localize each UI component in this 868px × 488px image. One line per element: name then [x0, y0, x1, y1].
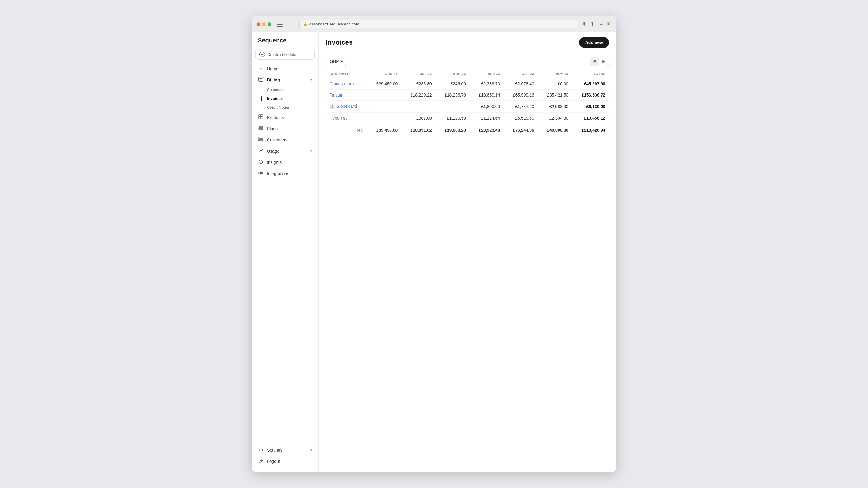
svg-rect-3: [259, 117, 260, 119]
minimize-button[interactable]: [262, 23, 266, 26]
sidebar-item-credit-notes[interactable]: Credit Notes: [267, 103, 318, 112]
col-customer: CUSTOMER: [326, 69, 367, 78]
maximize-button[interactable]: [268, 23, 271, 26]
svg-point-13: [260, 172, 262, 174]
sidebar-item-insights[interactable]: Insights: [252, 157, 318, 168]
insights-label: Insights: [267, 160, 282, 165]
sidebar-item-products[interactable]: Products: [252, 112, 318, 123]
back-button[interactable]: ‹: [286, 21, 290, 28]
forward-button[interactable]: ›: [291, 21, 296, 28]
col-total: TOTAL: [572, 69, 609, 78]
integrations-icon: [258, 170, 264, 176]
row-1-sep23: £18,659.14: [469, 90, 503, 101]
sidebar-item-integrations[interactable]: Integrations: [252, 168, 318, 179]
sidebar-item-customers[interactable]: Customers: [252, 134, 318, 145]
address-bar[interactable]: 🔒 dashboard.sequencehq.com: [300, 20, 578, 28]
svg-point-16: [259, 173, 260, 173]
row-1-aug23: £18,236.70: [436, 90, 469, 101]
currency-selector[interactable]: GBP ▾: [326, 57, 347, 66]
row-3-nov23: £2,304.30: [538, 112, 572, 124]
row-1-customer[interactable]: Finstar: [326, 90, 367, 101]
settings-icon: ⚙: [258, 447, 264, 453]
browser-chrome: ‹ › 🔒 dashboard.sequencehq.com ⬇ ⬆ ＋ ⧉: [252, 17, 616, 32]
svg-point-15: [260, 174, 261, 175]
create-schedule-label: Create schedule: [267, 52, 296, 57]
sidebar-item-usage[interactable]: Usage ▾: [252, 145, 318, 157]
grid-view-button[interactable]: ⊞: [599, 57, 609, 66]
svg-point-17: [262, 173, 263, 173]
row-2-customer[interactable]: 2Globex Ltd: [326, 101, 367, 112]
sidebar-item-plans[interactable]: Plans: [252, 123, 318, 134]
logout-icon: [258, 458, 264, 464]
usage-icon: [258, 148, 264, 154]
list-view-button[interactable]: ≡: [590, 57, 599, 66]
insights-icon: [258, 159, 264, 165]
grid-view-icon: ⊞: [602, 59, 606, 64]
svg-rect-1: [259, 115, 260, 117]
sidebar-item-schedules[interactable]: Schedules: [267, 85, 318, 94]
copy-icon[interactable]: ⧉: [608, 21, 611, 28]
svg-point-12: [260, 162, 261, 163]
sidebar-bottom: ⚙ Settings ▾ Logout: [252, 442, 318, 467]
row-3-oct23: £5,519.60: [503, 112, 537, 124]
lock-icon: 🔒: [303, 22, 308, 26]
table-toolbar: GBP ▾ ≡ ⊞: [318, 53, 616, 69]
footer-total: £218,420.94: [572, 124, 609, 136]
sidebar-item-settings[interactable]: ⚙ Settings ▾: [252, 445, 318, 456]
svg-rect-0: [259, 77, 263, 82]
row-0-customer[interactable]: Cloudstream: [326, 78, 367, 90]
row-0-jun23: £39,450.00: [367, 78, 401, 90]
row-3-customer[interactable]: Hyperrise: [326, 112, 367, 124]
col-jul23: JUL 23: [401, 69, 435, 78]
row-0-oct23: £2,978.40: [503, 78, 537, 90]
create-schedule-button[interactable]: + Create schedule: [255, 49, 315, 60]
row-0-nov23: £0.00: [538, 78, 572, 90]
browser-actions: ⬇ ⬆ ＋ ⧉: [582, 21, 611, 28]
sidebar-item-invoices[interactable]: Invoices: [267, 94, 318, 103]
row-2-nov23: £2,583.00: [538, 101, 572, 112]
share-icon[interactable]: ⬆: [590, 21, 595, 28]
row-1-nov23: £35,421.50: [538, 90, 572, 101]
row-3-jul23: £387.00: [401, 112, 435, 124]
new-tab-icon[interactable]: ＋: [598, 21, 604, 28]
row-1-jun23: [367, 90, 401, 101]
customers-icon: [258, 137, 264, 143]
integrations-label: Integrations: [267, 171, 289, 176]
view-toggle: ≡ ⊞: [590, 57, 609, 66]
row-0-jul23: £283.80: [401, 78, 435, 90]
row-2-jul23: [401, 101, 435, 112]
table-row: Cloudstream£39,450.00£283.80£246.00£2,33…: [326, 78, 609, 90]
svg-rect-6: [259, 128, 263, 129]
billing-chevron-icon: ▾: [310, 78, 312, 82]
sidebar-item-label: Home: [267, 66, 278, 71]
sidebar-toggle-icon[interactable]: [277, 22, 283, 27]
close-button[interactable]: [257, 23, 260, 26]
page-title: Invoices: [326, 38, 352, 46]
row-2-sep23: £1,800.00: [469, 101, 503, 112]
sidebar-item-home[interactable]: ⌂ Home: [252, 63, 318, 74]
sidebar-item-logout[interactable]: Logout: [252, 456, 318, 467]
row-0-sep23: £2,339.70: [469, 78, 503, 90]
row-2-aug23: [436, 101, 469, 112]
main-content: Invoices Add new GBP ▾ ≡ ⊞: [318, 32, 616, 471]
credit-notes-label: Credit Notes: [267, 105, 289, 109]
download-icon[interactable]: ⬇: [582, 21, 586, 28]
col-oct23: OCT 23: [503, 69, 537, 78]
col-nov23: NOV 23: [538, 69, 572, 78]
sidebar-item-billing[interactable]: Billing ▾: [252, 74, 318, 85]
app-layout: Sequence + Create schedule ⌂ Home: [252, 32, 616, 471]
invoice-table-container: CUSTOMER JUN 23 JUL 23 AUG 23: [318, 69, 616, 471]
list-view-icon: ≡: [593, 59, 596, 64]
footer-label: Total: [326, 124, 367, 136]
table-row: Finstar£18,220.22£18,236.70£18,659.14£65…: [326, 90, 609, 101]
billing-icon: [258, 77, 264, 83]
billing-label: Billing: [267, 77, 280, 82]
col-aug23: AUG 23: [436, 69, 469, 78]
add-new-button[interactable]: Add new: [579, 37, 609, 48]
currency-value: GBP: [330, 59, 339, 64]
browser-window: ‹ › 🔒 dashboard.sequencehq.com ⬇ ⬆ ＋ ⧉ S…: [252, 17, 616, 471]
invoices-label: Invoices: [267, 96, 283, 101]
invoice-table: CUSTOMER JUN 23 JUL 23 AUG 23: [326, 69, 609, 136]
table-footer-row: Total £39,450.00 £18,891.02 £19,603.28 £…: [326, 124, 609, 136]
table-header-row: CUSTOMER JUN 23 JUL 23 AUG 23: [326, 69, 609, 78]
